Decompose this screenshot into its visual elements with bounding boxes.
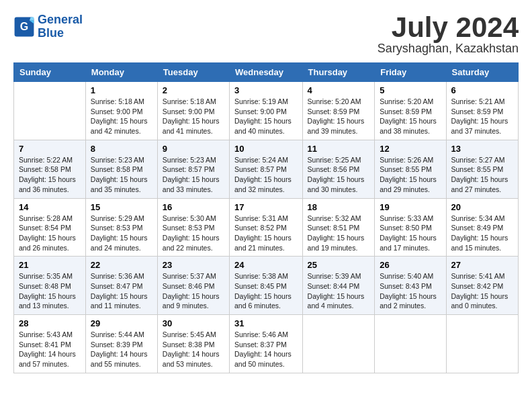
- day-info: Sunrise: 5:40 AM Sunset: 8:43 PM Dayligh…: [380, 271, 441, 311]
- sunset-text: Sunset: 8:48 PM: [19, 281, 81, 291]
- daylight-text: Daylight: 15 hours and 0 minutes.: [451, 291, 513, 311]
- sunset-text: Sunset: 8:55 PM: [451, 165, 513, 175]
- calendar-cell: 2 Sunrise: 5:18 AM Sunset: 9:00 PM Dayli…: [157, 82, 229, 140]
- sunset-text: Sunset: 8:56 PM: [308, 165, 370, 175]
- calendar-cell: 30 Sunrise: 5:45 AM Sunset: 8:38 PM Dayl…: [157, 315, 229, 373]
- sunrise-text: Sunrise: 5:21 AM: [451, 97, 513, 107]
- calendar-cell: 12 Sunrise: 5:26 AM Sunset: 8:55 PM Dayl…: [375, 140, 446, 198]
- sunset-text: Sunset: 9:00 PM: [163, 107, 224, 117]
- sunrise-text: Sunrise: 5:44 AM: [91, 330, 152, 340]
- day-number: 5: [380, 85, 441, 95]
- sunrise-text: Sunrise: 5:28 AM: [19, 214, 81, 224]
- daylight-text: Daylight: 15 hours and 11 minutes.: [91, 291, 152, 311]
- sunrise-text: Sunrise: 5:46 AM: [234, 330, 298, 340]
- sunset-text: Sunset: 8:59 PM: [451, 107, 513, 117]
- logo-line2: Blue: [38, 26, 64, 40]
- daylight-text: Daylight: 15 hours and 26 minutes.: [19, 233, 81, 253]
- sunset-text: Sunset: 8:52 PM: [234, 223, 298, 233]
- day-number: 11: [308, 144, 370, 154]
- day-info: Sunrise: 5:35 AM Sunset: 8:48 PM Dayligh…: [19, 271, 81, 311]
- calendar-week-row: 1 Sunrise: 5:18 AM Sunset: 9:00 PM Dayli…: [14, 82, 519, 140]
- day-info: Sunrise: 5:18 AM Sunset: 9:00 PM Dayligh…: [91, 97, 152, 136]
- day-info: Sunrise: 5:26 AM Sunset: 8:55 PM Dayligh…: [380, 155, 441, 195]
- sunset-text: Sunset: 8:55 PM: [380, 165, 441, 175]
- svg-text:G: G: [20, 21, 28, 32]
- day-info: Sunrise: 5:23 AM Sunset: 8:57 PM Dayligh…: [163, 155, 224, 195]
- day-number: 24: [234, 260, 298, 270]
- day-info: Sunrise: 5:33 AM Sunset: 8:50 PM Dayligh…: [380, 214, 441, 253]
- calendar-cell: 19 Sunrise: 5:33 AM Sunset: 8:50 PM Dayl…: [375, 198, 446, 257]
- daylight-text: Daylight: 15 hours and 22 minutes.: [163, 233, 224, 253]
- header-wednesday: Wednesday: [230, 63, 303, 82]
- day-info: Sunrise: 5:37 AM Sunset: 8:46 PM Dayligh…: [163, 271, 224, 311]
- day-info: Sunrise: 5:24 AM Sunset: 8:57 PM Dayligh…: [234, 155, 298, 195]
- sunrise-text: Sunrise: 5:37 AM: [163, 271, 224, 281]
- daylight-text: Daylight: 15 hours and 32 minutes.: [234, 175, 298, 194]
- calendar-cell: 27 Sunrise: 5:41 AM Sunset: 8:42 PM Dayl…: [446, 257, 518, 315]
- day-info: Sunrise: 5:39 AM Sunset: 8:44 PM Dayligh…: [308, 271, 370, 311]
- calendar-cell: 5 Sunrise: 5:20 AM Sunset: 8:59 PM Dayli…: [375, 82, 446, 140]
- sunset-text: Sunset: 8:37 PM: [234, 340, 298, 350]
- sunrise-text: Sunrise: 5:32 AM: [308, 214, 370, 224]
- daylight-text: Daylight: 14 hours and 57 minutes.: [19, 349, 81, 369]
- calendar-cell: 17 Sunrise: 5:31 AM Sunset: 8:52 PM Dayl…: [230, 198, 303, 257]
- daylight-text: Daylight: 15 hours and 2 minutes.: [380, 291, 441, 311]
- sunrise-text: Sunrise: 5:33 AM: [380, 214, 441, 224]
- daylight-text: Daylight: 15 hours and 41 minutes.: [163, 116, 224, 136]
- daylight-text: Daylight: 15 hours and 42 minutes.: [91, 116, 152, 136]
- day-info: Sunrise: 5:38 AM Sunset: 8:45 PM Dayligh…: [234, 271, 298, 311]
- day-number: 7: [19, 144, 81, 154]
- day-info: Sunrise: 5:36 AM Sunset: 8:47 PM Dayligh…: [91, 271, 152, 311]
- sunset-text: Sunset: 8:42 PM: [451, 281, 513, 291]
- daylight-text: Daylight: 15 hours and 24 minutes.: [91, 233, 152, 253]
- day-info: Sunrise: 5:45 AM Sunset: 8:38 PM Dayligh…: [163, 330, 224, 369]
- calendar-week-row: 28 Sunrise: 5:43 AM Sunset: 8:41 PM Dayl…: [14, 315, 519, 373]
- day-info: Sunrise: 5:43 AM Sunset: 8:41 PM Dayligh…: [19, 330, 81, 369]
- day-number: 4: [308, 85, 370, 95]
- calendar-cell: 13 Sunrise: 5:27 AM Sunset: 8:55 PM Dayl…: [446, 140, 518, 198]
- calendar-week-row: 21 Sunrise: 5:35 AM Sunset: 8:48 PM Dayl…: [14, 257, 519, 315]
- sunrise-text: Sunrise: 5:31 AM: [234, 214, 298, 224]
- daylight-text: Daylight: 15 hours and 30 minutes.: [308, 175, 370, 194]
- calendar-cell: 3 Sunrise: 5:19 AM Sunset: 9:00 PM Dayli…: [230, 82, 303, 140]
- daylight-text: Daylight: 15 hours and 15 minutes.: [451, 233, 513, 253]
- day-number: 28: [19, 318, 81, 328]
- sunset-text: Sunset: 8:38 PM: [163, 340, 224, 350]
- sunset-text: Sunset: 8:44 PM: [308, 281, 370, 291]
- calendar-cell: 23 Sunrise: 5:37 AM Sunset: 8:46 PM Dayl…: [157, 257, 229, 315]
- day-info: Sunrise: 5:19 AM Sunset: 9:00 PM Dayligh…: [234, 97, 298, 136]
- daylight-text: Daylight: 15 hours and 4 minutes.: [308, 291, 370, 311]
- daylight-text: Daylight: 15 hours and 37 minutes.: [451, 116, 513, 136]
- header-saturday: Saturday: [446, 63, 518, 82]
- calendar-cell: 29 Sunrise: 5:44 AM Sunset: 8:39 PM Dayl…: [85, 315, 157, 373]
- calendar-cell: 20 Sunrise: 5:34 AM Sunset: 8:49 PM Dayl…: [446, 198, 518, 257]
- sunrise-text: Sunrise: 5:40 AM: [380, 271, 441, 281]
- daylight-text: Daylight: 15 hours and 19 minutes.: [308, 233, 370, 253]
- calendar-cell: 7 Sunrise: 5:22 AM Sunset: 8:58 PM Dayli…: [14, 140, 86, 198]
- daylight-text: Daylight: 15 hours and 13 minutes.: [19, 291, 81, 311]
- day-info: Sunrise: 5:44 AM Sunset: 8:39 PM Dayligh…: [91, 330, 152, 369]
- daylight-text: Daylight: 15 hours and 17 minutes.: [380, 233, 441, 253]
- calendar-week-row: 14 Sunrise: 5:28 AM Sunset: 8:54 PM Dayl…: [14, 198, 519, 257]
- sunrise-text: Sunrise: 5:27 AM: [451, 155, 513, 165]
- day-info: Sunrise: 5:18 AM Sunset: 9:00 PM Dayligh…: [163, 97, 224, 136]
- sunset-text: Sunset: 8:54 PM: [19, 223, 81, 233]
- sunrise-text: Sunrise: 5:26 AM: [380, 155, 441, 165]
- day-info: Sunrise: 5:30 AM Sunset: 8:53 PM Dayligh…: [163, 214, 224, 253]
- daylight-text: Daylight: 15 hours and 35 minutes.: [91, 175, 152, 194]
- title-block: July 2024 Saryshaghan, Kazakhstan: [378, 13, 519, 56]
- sunrise-text: Sunrise: 5:29 AM: [91, 214, 152, 224]
- day-number: 1: [91, 85, 152, 95]
- daylight-text: Daylight: 15 hours and 27 minutes.: [451, 175, 513, 194]
- logo-icon: G: [13, 16, 35, 38]
- page-header: G General Blue July 2024 Saryshaghan, Ka…: [13, 13, 519, 56]
- sunset-text: Sunset: 8:57 PM: [234, 165, 298, 175]
- sunrise-text: Sunrise: 5:30 AM: [163, 214, 224, 224]
- day-number: 26: [380, 260, 441, 270]
- month-title: July 2024: [378, 13, 519, 42]
- header-monday: Monday: [85, 63, 157, 82]
- sunset-text: Sunset: 8:57 PM: [163, 165, 224, 175]
- sunrise-text: Sunrise: 5:35 AM: [19, 271, 81, 281]
- calendar-cell: 9 Sunrise: 5:23 AM Sunset: 8:57 PM Dayli…: [157, 140, 229, 198]
- sunset-text: Sunset: 9:00 PM: [234, 107, 298, 117]
